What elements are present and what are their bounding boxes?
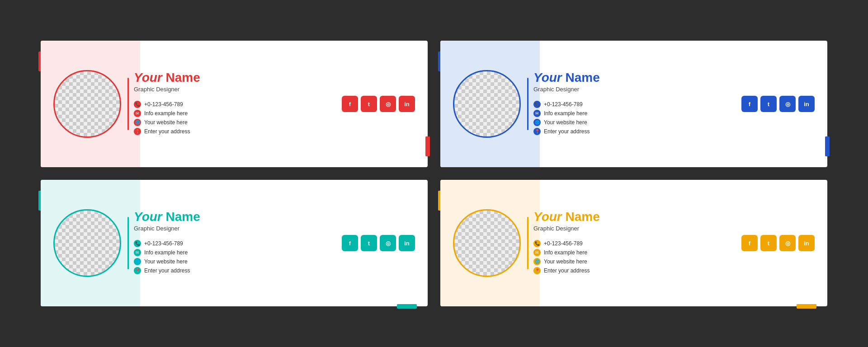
social-ig-red[interactable]: ◎ [380,96,396,112]
social-area-orange: f t ◎ in [741,235,815,251]
website-text-teal: Your website here [144,258,188,265]
phone-text-orange: +0-123-456-789 [544,240,583,247]
social-ig-teal[interactable]: ◎ [380,235,396,251]
name-rest-teal: Name [162,210,200,224]
address-icon-red: 📍 [134,128,141,135]
email-icon-red: ✉ [134,110,141,117]
contact-list-red: 📞 +0-123-456-789 ✉ Info example here 🌐 Y… [134,101,324,137]
name-your-teal: Your [134,210,162,224]
social-li-orange[interactable]: in [798,235,815,251]
website-icon-teal: 🌐 [134,258,141,265]
email-item-teal: ✉ Info example here [134,249,324,256]
address-text-red: Enter your address [144,128,190,135]
email-item-red: ✉ Info example here [134,110,324,117]
name-your-red: Your [134,70,162,84]
email-icon-orange: ✉ [533,249,541,256]
social-area-blue: f t ◎ in [741,96,815,112]
photo-circle-orange [453,209,521,277]
title-blue: Graphic Designer [533,86,723,93]
social-fb-teal[interactable]: f [342,235,358,251]
content-area-blue: Your Name Graphic Designer 📞 +0-123-456-… [521,71,723,137]
phone-item-teal: 📞 +0-123-456-789 [134,240,324,247]
phone-icon-orange: 📞 [533,240,541,247]
social-tw-red[interactable]: t [361,96,377,112]
contact-list-blue: 📞 +0-123-456-789 ✉ Info example here 🌐 Y… [533,101,723,137]
address-icon-orange: 📍 [533,267,541,274]
content-area-orange: Your Name Graphic Designer 📞 +0-123-456-… [521,210,723,276]
name-rest-red: Name [162,70,200,84]
email-text-orange: Info example here [544,249,587,256]
website-icon-orange: 🌐 [533,258,541,265]
social-fb-orange[interactable]: f [741,235,758,251]
phone-icon-red: 📞 [134,101,141,108]
address-icon-blue: 📍 [533,128,541,135]
website-icon-red: 🌐 [134,119,141,126]
name-rest-orange: Name [562,210,600,224]
social-area-teal: f t ◎ in [342,235,415,251]
photo-circle-red [53,70,121,138]
email-text-teal: Info example here [144,249,188,256]
name-your-blue: Your [533,70,562,84]
website-text-blue: Your website here [544,119,587,126]
social-area-red: f t ◎ in [342,96,415,112]
social-ig-blue[interactable]: ◎ [779,96,796,112]
contact-list-orange: 📞 +0-123-456-789 ✉ Info example here 🌐 Y… [533,240,723,276]
social-li-teal[interactable]: in [399,235,415,251]
address-icon-teal: 📍 [134,267,141,274]
address-item-orange: 📍 Enter your address [533,267,723,274]
phone-item-red: 📞 +0-123-456-789 [134,101,324,108]
phone-item-orange: 📞 +0-123-456-789 [533,240,723,247]
name-block-red: Your Name Graphic Designer [134,71,324,93]
phone-icon-blue: 📞 [533,101,541,108]
website-item-blue: 🌐 Your website here [533,119,723,126]
title-orange: Graphic Designer [533,225,723,232]
email-item-blue: ✉ Info example here [533,110,723,117]
card-red: Your Name Graphic Designer 📞 +0-123-456-… [41,41,428,167]
website-text-orange: Your website here [544,258,587,265]
name-line-blue: Your Name [533,71,723,85]
social-tw-orange[interactable]: t [760,235,777,251]
email-icon-teal: ✉ [134,249,141,256]
social-tw-blue[interactable]: t [760,96,777,112]
name-block-blue: Your Name Graphic Designer [533,71,723,93]
social-li-red[interactable]: in [399,96,415,112]
phone-text-blue: +0-123-456-789 [544,101,583,108]
social-ig-orange[interactable]: ◎ [779,235,796,251]
email-icon-blue: ✉ [533,110,541,117]
cards-grid: Your Name Graphic Designer 📞 +0-123-456-… [23,23,845,324]
address-text-teal: Enter your address [144,267,190,274]
name-block-orange: Your Name Graphic Designer [533,210,723,232]
address-text-blue: Enter your address [544,128,590,135]
name-line-orange: Your Name [533,210,723,224]
social-tw-teal[interactable]: t [361,235,377,251]
card-teal: Your Name Graphic Designer 📞 +0-123-456-… [41,180,428,306]
card-blue: Your Name Graphic Designer 📞 +0-123-456-… [440,41,827,167]
content-area-teal: Your Name Graphic Designer 📞 +0-123-456-… [121,210,324,276]
website-item-teal: 🌐 Your website here [134,258,324,265]
phone-text-teal: +0-123-456-789 [144,240,183,247]
contact-list-teal: 📞 +0-123-456-789 ✉ Info example here 🌐 Y… [134,240,324,276]
email-item-orange: ✉ Info example here [533,249,723,256]
website-item-orange: 🌐 Your website here [533,258,723,265]
content-area-red: Your Name Graphic Designer 📞 +0-123-456-… [121,71,324,137]
email-text-red: Info example here [144,110,188,117]
name-your-orange: Your [533,210,562,224]
address-text-orange: Enter your address [544,267,590,274]
name-line-red: Your Name [134,71,324,85]
email-text-blue: Info example here [544,110,587,117]
photo-circle-blue [453,70,521,138]
website-item-red: 🌐 Your website here [134,119,324,126]
address-item-blue: 📍 Enter your address [533,128,723,135]
phone-item-blue: 📞 +0-123-456-789 [533,101,723,108]
phone-icon-teal: 📞 [134,240,141,247]
name-rest-blue: Name [562,70,600,84]
title-red: Graphic Designer [134,86,324,93]
photo-circle-teal [53,209,121,277]
social-fb-blue[interactable]: f [741,96,758,112]
social-fb-red[interactable]: f [342,96,358,112]
card-orange: Your Name Graphic Designer 📞 +0-123-456-… [440,180,827,306]
title-teal: Graphic Designer [134,225,324,232]
address-item-teal: 📍 Enter your address [134,267,324,274]
name-line-teal: Your Name [134,210,324,224]
social-li-blue[interactable]: in [798,96,815,112]
